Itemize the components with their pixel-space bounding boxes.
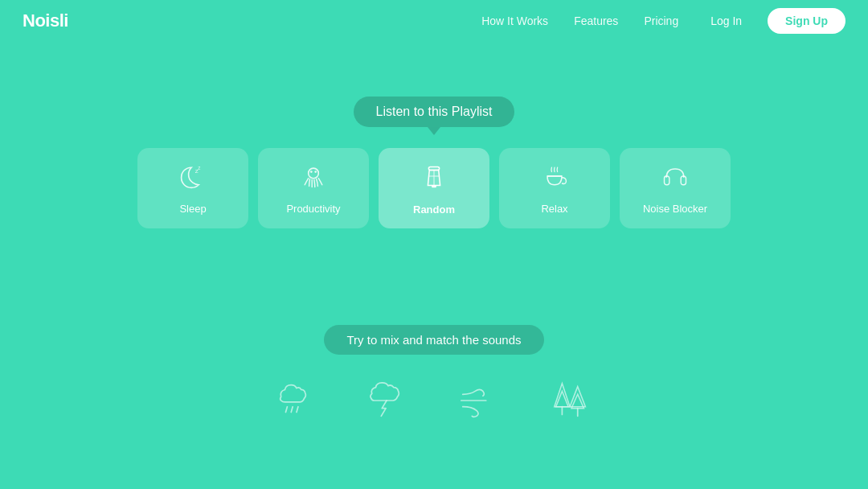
nav-pricing[interactable]: Pricing bbox=[644, 14, 678, 27]
sounds-row bbox=[273, 377, 595, 427]
rain-icon[interactable] bbox=[273, 377, 320, 427]
mix-section: Try to mix and match the sounds bbox=[273, 325, 595, 427]
random-label: Random bbox=[413, 203, 455, 216]
playlist-bubble[interactable]: Listen to this Playlist bbox=[354, 97, 515, 127]
forest-icon[interactable] bbox=[548, 377, 595, 427]
card-productivity[interactable]: Productivity bbox=[258, 148, 369, 228]
card-sleep[interactable]: z z Sleep bbox=[137, 148, 248, 228]
svg-line-12 bbox=[285, 407, 287, 413]
svg-text:z: z bbox=[198, 165, 200, 171]
svg-marker-16 bbox=[556, 391, 568, 406]
card-relax[interactable]: Relax bbox=[499, 148, 610, 228]
mix-bubble[interactable]: Try to mix and match the sounds bbox=[324, 325, 543, 355]
main-content: Listen to this Playlist z z Sleep bbox=[0, 42, 868, 489]
sleep-label: Sleep bbox=[179, 203, 206, 215]
noise-blocker-icon bbox=[661, 162, 690, 196]
login-button[interactable]: Log In bbox=[710, 14, 742, 27]
svg-marker-18 bbox=[570, 387, 585, 407]
playlist-cards: z z Sleep bbox=[137, 148, 731, 228]
card-random[interactable]: Random bbox=[379, 148, 489, 228]
random-icon bbox=[419, 161, 449, 197]
wind-icon[interactable] bbox=[457, 377, 503, 427]
noise-blocker-label: Noise Blocker bbox=[643, 203, 707, 215]
sleep-icon: z z bbox=[178, 162, 207, 196]
svg-point-3 bbox=[310, 171, 313, 173]
playlist-section: Listen to this Playlist z z Sleep bbox=[137, 97, 731, 228]
svg-line-14 bbox=[297, 407, 298, 413]
nav-how-it-works[interactable]: How It Works bbox=[481, 14, 548, 27]
storm-icon[interactable] bbox=[365, 377, 411, 427]
svg-point-2 bbox=[309, 168, 319, 179]
nav-features[interactable]: Features bbox=[574, 14, 618, 27]
productivity-label: Productivity bbox=[286, 203, 340, 215]
nav-links: How It Works Features Pricing Log In Sig… bbox=[481, 8, 845, 34]
svg-rect-8 bbox=[432, 185, 436, 187]
svg-line-13 bbox=[291, 407, 293, 413]
card-noise-blocker[interactable]: Noise Blocker bbox=[620, 148, 731, 228]
relax-icon bbox=[540, 162, 569, 196]
productivity-icon bbox=[299, 162, 328, 196]
navbar: Noisli How It Works Features Pricing Log… bbox=[0, 0, 868, 42]
signup-button[interactable]: Sign Up bbox=[768, 8, 845, 34]
logo: Noisli bbox=[23, 10, 68, 31]
svg-point-4 bbox=[314, 171, 317, 173]
relax-label: Relax bbox=[541, 203, 567, 215]
